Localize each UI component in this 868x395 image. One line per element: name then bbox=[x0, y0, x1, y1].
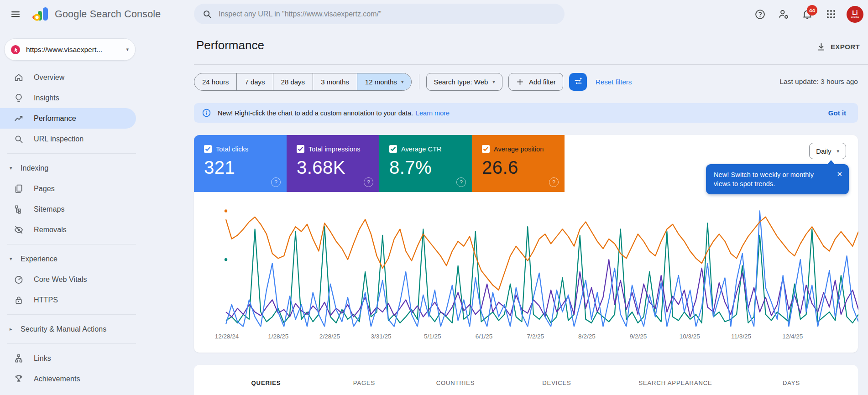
x-axis-tick: 1/28/25 bbox=[268, 333, 288, 340]
sidebar-divider bbox=[7, 343, 136, 344]
sidebar-item-settings[interactable]: Settings bbox=[0, 389, 137, 395]
tab-search-appearance[interactable]: SEARCH APPEARANCE bbox=[637, 376, 714, 390]
user-gear-icon bbox=[778, 8, 790, 20]
x-axis-labels: 12/28/241/28/252/28/253/31/255/1/256/1/2… bbox=[194, 333, 858, 341]
sidebar-item-core-web-vitals[interactable]: Core Web Vitals bbox=[0, 269, 137, 290]
google-apps-button[interactable] bbox=[821, 4, 841, 24]
sidebar-item-indexing[interactable]: ▾Indexing bbox=[0, 158, 137, 178]
tooltip-text: New! Switch to weekly or monthly views t… bbox=[714, 170, 832, 188]
metric-help-icon[interactable]: ? bbox=[271, 177, 281, 187]
checked-checkbox[interactable] bbox=[204, 145, 212, 153]
sidebar-divider bbox=[7, 244, 136, 244]
metric-value: 321 bbox=[204, 157, 287, 178]
checked-checkbox[interactable] bbox=[482, 145, 490, 153]
sidebar-item-label: HTTPS bbox=[34, 296, 58, 304]
sidebar-item-links[interactable]: Links bbox=[0, 348, 137, 369]
annotation-promo-banner: New! Right-click the chart to add a cust… bbox=[194, 103, 858, 123]
sidebar-item-performance[interactable]: Performance bbox=[0, 108, 136, 129]
date-range-24-hours[interactable]: 24 hours bbox=[194, 73, 236, 90]
chevron-right-icon: ▸ bbox=[10, 326, 17, 332]
metric-card-total-clicks[interactable]: Total clicks321? bbox=[194, 135, 287, 192]
sidebar-item-label: Sitemaps bbox=[34, 205, 65, 213]
sidebar-item-https[interactable]: HTTPS bbox=[0, 290, 137, 310]
metric-label: Average position bbox=[494, 146, 544, 153]
metric-help-icon[interactable]: ? bbox=[549, 177, 559, 187]
metric-card-average-ctr[interactable]: Average CTR8.7%? bbox=[379, 135, 472, 192]
date-range-3-months[interactable]: 3 months bbox=[313, 73, 357, 90]
metric-value: 8.7% bbox=[389, 157, 472, 178]
lightbulb-icon bbox=[14, 93, 24, 103]
metric-card-total-impressions[interactable]: Total impressions3.68K? bbox=[287, 135, 379, 192]
tab-devices[interactable]: DEVICES bbox=[540, 376, 573, 390]
tab-days[interactable]: DAYS bbox=[781, 376, 802, 390]
banner-text: New! Right-click the chart to add a cust… bbox=[218, 109, 413, 117]
performance-chart-card: Total clicks321?Total impressions3.68K?A… bbox=[194, 135, 858, 353]
annotation-dot bbox=[225, 258, 227, 261]
last-update-text: Last update: 3 hours ago bbox=[780, 78, 858, 86]
sidebar-item-sitemaps[interactable]: Sitemaps bbox=[0, 199, 137, 219]
sidebar-item-overview[interactable]: Overview bbox=[0, 67, 137, 88]
hamburger-menu-icon[interactable] bbox=[5, 4, 26, 24]
sidebar-divider bbox=[7, 314, 136, 315]
date-range-12-months[interactable]: 12 months▾ bbox=[357, 73, 412, 90]
metric-help-icon[interactable]: ? bbox=[364, 177, 373, 187]
sidebar-item-label: Pages bbox=[34, 185, 55, 193]
account-avatar[interactable]: Li LUMINA bbox=[847, 6, 863, 23]
property-selector[interactable]: https://www.visaexpert... ▾ bbox=[4, 38, 136, 61]
sidebar-item-removals[interactable]: Removals bbox=[0, 219, 137, 240]
top-app-bar: Google Search Console Inspect any URL in… bbox=[0, 0, 868, 28]
sidebar-item-security-manual-actions[interactable]: ▸Security & Manual Actions bbox=[0, 319, 137, 339]
smart-filters-button[interactable] bbox=[569, 73, 587, 91]
tab-pages[interactable]: PAGES bbox=[351, 376, 377, 390]
sidebar-item-url-inspection[interactable]: URL inspection bbox=[0, 129, 137, 149]
metric-value: 26.6 bbox=[482, 157, 565, 178]
page-title: Performance bbox=[196, 38, 264, 52]
notifications-button[interactable]: 44 bbox=[797, 4, 817, 24]
annotation-dot bbox=[225, 209, 227, 212]
date-range-7-days[interactable]: 7 days bbox=[236, 73, 272, 90]
search-type-filter[interactable]: Search type: Web ▾ bbox=[426, 73, 502, 91]
property-favicon bbox=[10, 44, 21, 55]
sidebar-item-label: Overview bbox=[34, 73, 64, 82]
url-inspection-searchbox[interactable]: Inspect any URL in "https://www.visaexpe… bbox=[194, 4, 565, 24]
user-settings-button[interactable] bbox=[774, 4, 794, 24]
got-it-button[interactable]: Got it bbox=[828, 109, 846, 117]
sidebar-item-experience[interactable]: ▾Experience bbox=[0, 249, 137, 269]
chevron-down-icon: ▾ bbox=[126, 47, 129, 52]
header-divider bbox=[194, 64, 868, 65]
sidebar-item-label: Experience bbox=[21, 255, 58, 263]
tab-countries[interactable]: COUNTRIES bbox=[434, 376, 477, 390]
help-button[interactable] bbox=[750, 4, 770, 24]
tooltip-close-icon[interactable]: ✕ bbox=[837, 170, 842, 188]
export-button[interactable]: EXPORT bbox=[816, 42, 860, 52]
search-icon bbox=[202, 9, 212, 19]
performance-line-chart[interactable] bbox=[199, 205, 858, 327]
metric-help-icon[interactable]: ? bbox=[456, 177, 466, 187]
x-axis-tick: 3/31/25 bbox=[371, 333, 392, 340]
tooltip-arrow bbox=[827, 160, 835, 165]
x-axis-tick: 2/28/25 bbox=[319, 333, 340, 340]
reset-filters-link[interactable]: Reset filters bbox=[596, 78, 632, 86]
checked-checkbox[interactable] bbox=[297, 145, 304, 153]
sidebar-item-label: Achievements bbox=[34, 375, 80, 383]
trending-up-icon bbox=[14, 114, 24, 124]
chevron-down-icon: ▾ bbox=[10, 165, 17, 171]
checked-checkbox[interactable] bbox=[389, 145, 397, 153]
granularity-promo-tooltip: New! Switch to weekly or monthly views t… bbox=[706, 164, 849, 194]
metric-label: Average CTR bbox=[401, 146, 442, 153]
metric-card-average-position[interactable]: Average position26.6? bbox=[472, 135, 565, 192]
granularity-selector[interactable]: Daily ▾ bbox=[809, 143, 846, 159]
x-axis-tick: 7/2/25 bbox=[527, 333, 544, 340]
learn-more-link[interactable]: Learn more bbox=[416, 109, 450, 117]
date-range-28-days[interactable]: 28 days bbox=[273, 73, 313, 90]
search-icon bbox=[14, 134, 24, 144]
topbar-actions: 44 Li LUMINA bbox=[750, 0, 863, 28]
add-filter-button[interactable]: Add filter bbox=[508, 73, 563, 91]
sidebar: https://www.visaexpert... ▾ OverviewInsi… bbox=[0, 28, 137, 395]
sidebar-item-pages[interactable]: Pages bbox=[0, 178, 137, 199]
tab-queries[interactable]: QUERIES bbox=[250, 376, 283, 390]
sidebar-divider bbox=[7, 153, 136, 154]
chevron-down-icon: ▾ bbox=[492, 79, 495, 84]
sidebar-item-achievements[interactable]: Achievements bbox=[0, 369, 137, 389]
sidebar-item-insights[interactable]: Insights bbox=[0, 88, 137, 108]
